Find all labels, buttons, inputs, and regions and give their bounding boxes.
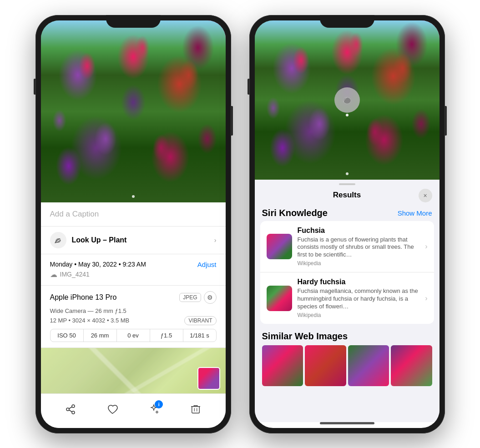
page-dot-2 [346, 172, 349, 175]
home-indicator-2 [320, 422, 374, 424]
similar-image-2[interactable] [305, 345, 346, 386]
phone-1: Add a Caption Look Up – Plant › Monday •… [35, 15, 231, 433]
share-button[interactable] [61, 399, 81, 419]
hardy-thumbnail [267, 286, 292, 311]
device-name: Apple iPhone 13 Pro [50, 293, 117, 302]
flower-photo[interactable] [41, 20, 226, 202]
lookup-icon-wrap [50, 232, 66, 248]
heart-icon [107, 404, 118, 415]
close-button[interactable]: × [419, 189, 432, 202]
show-more-button[interactable]: Show More [398, 209, 432, 217]
lookup-chevron: › [214, 237, 217, 244]
hardy-source: Wikipedia [298, 312, 420, 318]
fuchsia-thumbnail [267, 234, 292, 259]
svg-rect-4 [192, 406, 200, 413]
filename-row: ☁ IMG_4241 [50, 270, 217, 279]
knowledge-card: Fuchsia Fuchsia is a genus of flowering … [260, 221, 434, 324]
resolution-row: 12 MP • 3024 × 4032 • 3.5 MB VIBRANT [50, 316, 217, 325]
phone-2-screen: Results × Siri Knowledge Show More Fuchs… [255, 20, 440, 428]
similar-images [262, 345, 432, 386]
trash-icon [191, 404, 201, 415]
camera-specs: Wide Camera — 26 mm ƒ1.5 [50, 307, 217, 314]
caption-placeholder[interactable]: Add a Caption [50, 210, 99, 218]
info-button[interactable]: i [144, 399, 164, 419]
page-dot [132, 195, 135, 198]
fuchsia-name: Fuchsia [298, 227, 420, 235]
hardy-name: Hardy fuchsia [298, 278, 420, 286]
exif-mm: 26 mm [84, 329, 117, 342]
device-badges: JPEG ⚙ [179, 291, 216, 304]
lookup-bold: Look Up – [72, 236, 107, 244]
device-row: Apple iPhone 13 Pro JPEG ⚙ [50, 291, 217, 304]
exif-iso: ISO 50 [51, 329, 84, 342]
delete-button[interactable] [186, 399, 206, 419]
siri-knowledge-title: Siri Knowledge [262, 208, 328, 218]
bottom-toolbar: i [41, 393, 226, 428]
info-badge: i [155, 400, 163, 408]
results-header: Results × [255, 185, 440, 203]
similar-section: Similar Web Images [255, 327, 440, 389]
map-area[interactable] [41, 348, 226, 393]
fuchsia-source: Wikipedia [298, 260, 420, 267]
date-text: Monday • May 30, 2022 • 9:23 AM [50, 261, 146, 268]
fuchsia-description: Fuchsia is a genus of flowering plants t… [298, 236, 420, 259]
caption-area[interactable]: Add a Caption [41, 202, 226, 227]
knowledge-item-fuchsia[interactable]: Fuchsia Fuchsia is a genus of flowering … [260, 221, 434, 272]
filename: IMG_4241 [60, 271, 90, 278]
knowledge-item-hardy[interactable]: Hardy fuchsia Fuchsia magellanica, commo… [260, 272, 434, 324]
results-title: Results [333, 191, 361, 200]
favorite-button[interactable] [102, 399, 122, 419]
fuchsia-chevron: › [425, 242, 427, 251]
hardy-chevron: › [425, 294, 427, 302]
adjust-button[interactable]: Adjust [197, 261, 217, 268]
exif-row: ISO 50 26 mm 0 ev ƒ1.5 1/181 s [50, 329, 217, 342]
siri-knowledge-header: Siri Knowledge Show More [255, 203, 440, 221]
leaf-icon-siri [341, 94, 354, 106]
device-section: Apple iPhone 13 Pro JPEG ⚙ Wide Camera —… [41, 286, 226, 348]
exif-aperture: ƒ1.5 [150, 329, 183, 342]
svg-point-3 [72, 411, 75, 414]
notch-2 [320, 15, 374, 28]
lookup-label: Look Up – Plant [72, 236, 127, 244]
date-row: Monday • May 30, 2022 • 9:23 AM Adjust [50, 261, 217, 268]
results-panel: Results × Siri Knowledge Show More Fuchs… [255, 180, 440, 422]
similar-image-3[interactable] [348, 345, 389, 386]
close-icon: × [423, 192, 427, 199]
fuchsia-text: Fuchsia Fuchsia is a genus of flowering … [298, 227, 420, 267]
svg-point-0 [56, 238, 61, 242]
info-section: Monday • May 30, 2022 • 9:23 AM Adjust ☁… [41, 254, 226, 286]
leaf-icon [54, 236, 63, 245]
similar-image-4[interactable] [391, 345, 432, 386]
siri-dot [346, 114, 349, 116]
lookup-row[interactable]: Look Up – Plant › [41, 227, 226, 254]
exif-shutter: 1/181 s [183, 329, 216, 342]
share-icon [65, 404, 76, 415]
format-badge: JPEG [179, 293, 201, 302]
vibrant-badge: VIBRANT [184, 316, 216, 325]
phone-1-screen: Add a Caption Look Up – Plant › Monday •… [41, 20, 226, 428]
phone-2: Results × Siri Knowledge Show More Fuchs… [249, 15, 445, 433]
hardy-description: Fuchsia magellanica, commonly known as t… [298, 287, 420, 311]
gear-icon[interactable]: ⚙ [204, 291, 217, 304]
siri-lookup-button[interactable] [334, 87, 360, 113]
similar-title: Similar Web Images [262, 331, 432, 342]
map-thumbnail [197, 367, 220, 390]
hardy-text: Hardy fuchsia Fuchsia magellanica, commo… [298, 278, 420, 318]
svg-point-8 [343, 97, 350, 104]
exif-ev: 0 ev [117, 329, 150, 342]
flower-photo-2 [255, 20, 440, 180]
notch-1 [106, 15, 161, 28]
cloud-icon: ☁ [50, 270, 57, 279]
svg-point-2 [66, 408, 69, 411]
svg-point-1 [72, 405, 75, 408]
resolution-text: 12 MP • 3024 × 4032 • 3.5 MB [50, 317, 130, 324]
similar-image-1[interactable] [262, 345, 303, 386]
